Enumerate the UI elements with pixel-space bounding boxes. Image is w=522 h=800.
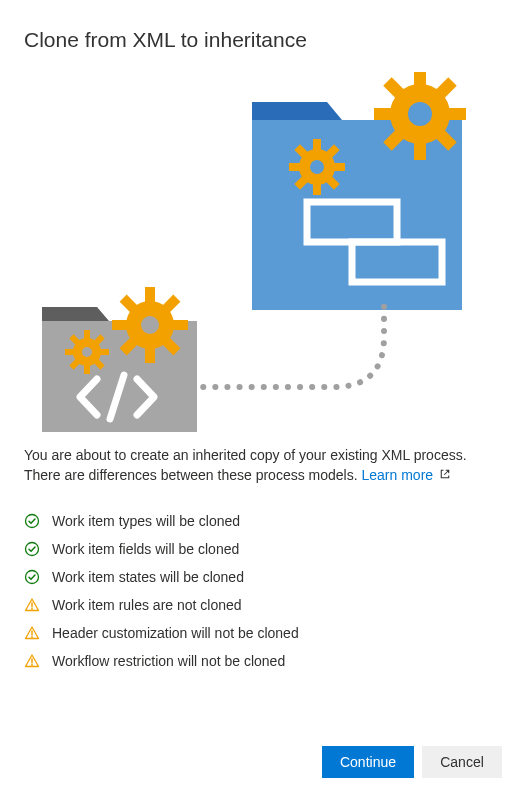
svg-rect-36 (84, 364, 90, 374)
svg-point-47 (26, 571, 39, 584)
svg-rect-28 (172, 320, 188, 330)
external-link-icon (439, 469, 451, 483)
svg-rect-3 (414, 142, 426, 160)
list-item: Work item types will be cloned (24, 507, 498, 535)
svg-point-33 (141, 316, 159, 334)
svg-point-20 (310, 160, 324, 174)
learn-more-link[interactable]: Learn more (361, 467, 433, 483)
clone-illustration (24, 72, 498, 432)
item-text: Workflow restriction will not be cloned (52, 653, 285, 669)
check-circle-icon (24, 541, 40, 557)
list-item: Work item fields will be cloned (24, 535, 498, 563)
warning-icon (24, 653, 40, 669)
item-text: Work item fields will be cloned (52, 541, 239, 557)
svg-point-53 (31, 664, 33, 666)
svg-rect-35 (84, 330, 90, 340)
list-item: Header customization will not be cloned (24, 619, 498, 647)
svg-rect-12 (313, 139, 321, 151)
item-text: Work item states will be cloned (52, 569, 244, 585)
svg-rect-25 (145, 287, 155, 303)
svg-rect-26 (145, 347, 155, 363)
continue-button[interactable]: Continue (322, 746, 414, 778)
list-item: Workflow restriction will not be cloned (24, 647, 498, 675)
svg-rect-27 (112, 320, 128, 330)
dialog-title: Clone from XML to inheritance (24, 28, 498, 52)
svg-rect-14 (289, 163, 301, 171)
check-circle-icon (24, 569, 40, 585)
svg-point-49 (31, 608, 33, 610)
list-item: Work item rules are not cloned (24, 591, 498, 619)
warning-icon (24, 625, 40, 641)
illustration-svg (24, 72, 498, 432)
item-text: Header customization will not be cloned (52, 625, 299, 641)
svg-rect-2 (414, 72, 426, 86)
warning-icon (24, 597, 40, 613)
item-text: Work item rules are not cloned (52, 597, 242, 613)
svg-point-51 (31, 636, 33, 638)
svg-rect-4 (374, 108, 392, 120)
svg-rect-37 (65, 349, 75, 355)
svg-rect-5 (448, 108, 466, 120)
list-item: Work item states will be cloned (24, 563, 498, 591)
svg-point-45 (26, 515, 39, 528)
clone-items-list: Work item types will be cloned Work item… (24, 507, 498, 675)
dialog-footer: Continue Cancel (322, 746, 502, 778)
svg-rect-23 (42, 321, 197, 432)
check-circle-icon (24, 513, 40, 529)
cancel-button[interactable]: Cancel (422, 746, 502, 778)
dialog-description: You are about to create an inherited cop… (24, 446, 498, 485)
svg-rect-13 (313, 183, 321, 195)
item-text: Work item types will be cloned (52, 513, 240, 529)
svg-rect-38 (99, 349, 109, 355)
svg-point-43 (82, 347, 92, 357)
svg-rect-15 (333, 163, 345, 171)
svg-point-10 (408, 102, 432, 126)
svg-point-46 (26, 543, 39, 556)
